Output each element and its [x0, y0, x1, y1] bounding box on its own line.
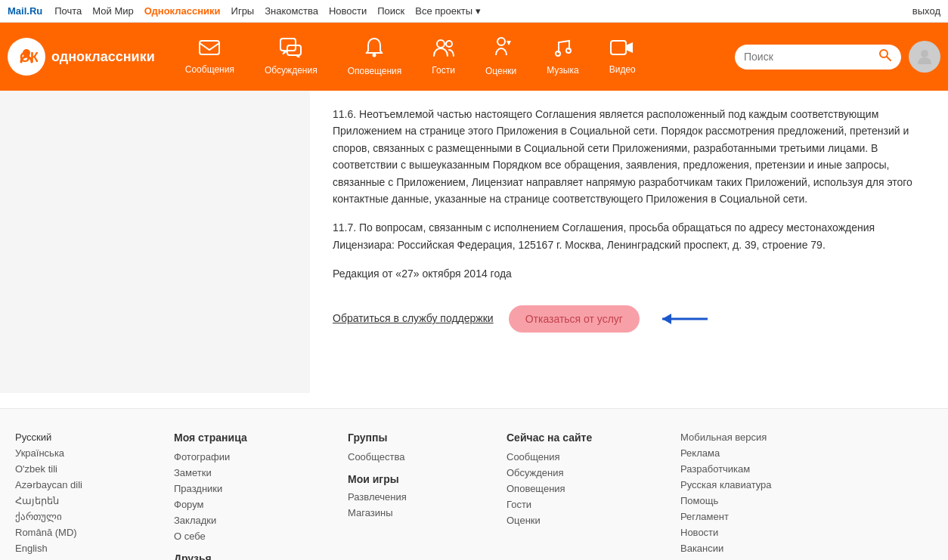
content-paragraph-3: Редакция от «27» октября 2014 года	[333, 265, 925, 282]
footer-developers[interactable]: Разработчикам	[680, 463, 854, 475]
footer-groups-title: Группы	[348, 432, 499, 444]
svg-rect-12	[611, 41, 626, 54]
footer: Русский Українська O'zbek tili Azərbayca…	[0, 408, 948, 560]
footer-discussions[interactable]: Обсуждения	[507, 467, 673, 478]
nav-odnoklassniki[interactable]: Одноклассники	[144, 5, 221, 17]
footer-friends-title: Друзья	[174, 552, 340, 560]
svg-point-8	[446, 41, 452, 47]
guests-icon	[432, 38, 455, 62]
nav-pochta[interactable]: Почта	[54, 5, 82, 17]
search-input[interactable]	[744, 51, 878, 63]
ok-logo[interactable]: ОК одноклассники	[8, 38, 155, 76]
footer-photos[interactable]: Фотографии	[174, 451, 340, 463]
mailru-logo[interactable]: Mail.Ru	[8, 5, 42, 17]
ratings-icon	[490, 37, 513, 63]
svg-rect-3	[200, 41, 219, 54]
footer-shops[interactable]: Магазины	[348, 507, 499, 518]
svg-point-11	[566, 48, 571, 53]
svg-text:ОК: ОК	[20, 50, 38, 65]
footer-mypage-title: Моя страница	[174, 432, 340, 444]
footer-help[interactable]: Помощь	[680, 495, 854, 506]
lang-russian[interactable]: Русский	[15, 432, 166, 443]
messages-icon	[198, 39, 221, 61]
footer-notes[interactable]: Заметки	[174, 467, 340, 478]
lang-uzbek[interactable]: O'zbek tili	[15, 463, 166, 475]
content-paragraph-1: 11.6. Неотъемлемой частью настоящего Сог…	[333, 106, 925, 207]
video-icon	[610, 39, 634, 61]
nav-guests[interactable]: Гости	[417, 38, 470, 76]
music-icon	[553, 38, 572, 62]
nav-poisk[interactable]: Поиск	[377, 5, 404, 17]
footer-about[interactable]: О себе	[174, 531, 340, 542]
footer-mypage-col: Моя страница Фотографии Заметки Праздник…	[174, 432, 340, 560]
lang-azerbaijani[interactable]: Azərbaycan dili	[15, 479, 166, 490]
svg-point-9	[497, 38, 505, 45]
footer-bookmarks[interactable]: Закладки	[174, 515, 340, 526]
footer-grid: Русский Українська O'zbek tili Azərbayca…	[15, 432, 933, 560]
svg-point-15	[921, 50, 928, 57]
lang-armenian[interactable]: Հայերեն	[15, 495, 166, 506]
svg-marker-17	[662, 314, 671, 324]
footer-keyboard[interactable]: Русская клавиатура	[680, 479, 854, 490]
search-icon[interactable]	[878, 48, 892, 66]
footer-vacancies[interactable]: Вакансии	[680, 543, 854, 554]
orange-nav-items: Сообщения Обсуждения Оповещения Гости Оц…	[170, 37, 720, 76]
nav-vse-proekty[interactable]: Все проекты ▾	[415, 5, 481, 17]
arrow-indicator	[655, 308, 715, 330]
footer-messages[interactable]: Сообщения	[507, 451, 673, 463]
support-link[interactable]: Обратиться в службу поддержки	[333, 310, 494, 326]
main-wrapper: 11.6. Неотъемлемой частью настоящего Сог…	[0, 91, 948, 393]
nav-novosti[interactable]: Новости	[329, 5, 367, 17]
nav-moy-mir[interactable]: Мой Мир	[92, 5, 133, 17]
footer-ratings[interactable]: Оценки	[507, 515, 673, 526]
content-paragraph-2: 11.7. По вопросам, связанным с исполнени…	[333, 219, 925, 253]
footer-my-games-title: Мои игры	[348, 473, 499, 485]
footer-guests[interactable]: Гости	[507, 499, 673, 510]
footer-lang-col: Русский Українська O'zbek tili Azərbayca…	[15, 432, 166, 560]
svg-point-7	[437, 40, 445, 48]
footer-communities[interactable]: Сообщества	[348, 451, 499, 463]
footer-onsite-col: Сейчас на сайте Сообщения Обсуждения Опо…	[507, 432, 673, 560]
lang-romanian[interactable]: Română (MD)	[15, 527, 166, 538]
nav-music[interactable]: Музыка	[531, 38, 593, 76]
footer-rules[interactable]: Регламент	[680, 511, 854, 522]
ok-logo-text: одноклассники	[51, 49, 155, 65]
content-actions: Обратиться в службу поддержки Отказаться…	[333, 305, 925, 333]
notifications-icon	[365, 37, 383, 63]
footer-misc-col: Мобильная версия Реклама Разработчикам Р…	[680, 432, 854, 560]
nav-ratings[interactable]: Оценки	[470, 37, 531, 76]
logout-link[interactable]: выход	[912, 5, 940, 17]
content-area: 11.6. Неотъемлемой частью настоящего Сог…	[310, 91, 948, 393]
top-nav-links: Почта Мой Мир Одноклассники Игры Знакомс…	[54, 5, 912, 17]
footer-forum[interactable]: Форум	[174, 499, 340, 510]
nav-notifications[interactable]: Оповещения	[333, 37, 417, 76]
ok-logo-icon: ОК	[8, 38, 45, 76]
footer-entertainment[interactable]: Развлечения	[348, 491, 499, 503]
svg-point-10	[556, 51, 560, 56]
top-navbar: Mail.Ru Почта Мой Мир Одноклассники Игры…	[0, 0, 948, 23]
lang-georgian[interactable]: ქართული	[15, 511, 166, 522]
lang-english[interactable]: English	[15, 543, 166, 554]
svg-line-14	[887, 57, 891, 60]
footer-ads[interactable]: Реклама	[680, 447, 854, 459]
nav-messages[interactable]: Сообщения	[170, 39, 249, 75]
nav-igry[interactable]: Игры	[231, 5, 255, 17]
lang-ukrainian[interactable]: Українська	[15, 447, 166, 459]
user-avatar[interactable]	[909, 41, 940, 73]
footer-mobile[interactable]: Мобильная версия	[680, 432, 854, 443]
footer-holidays[interactable]: Праздники	[174, 483, 340, 494]
footer-groups-col: Группы Сообщества Мои игры Развлечения М…	[348, 432, 499, 560]
footer-news[interactable]: Новости	[680, 527, 854, 538]
cancel-services-button[interactable]: Отказаться от услуг	[509, 305, 640, 333]
orange-navbar: ОК одноклассники Сообщения Обсуждения Оп…	[0, 23, 948, 91]
footer-onsite-title: Сейчас на сайте	[507, 432, 673, 444]
search-bar	[735, 45, 901, 70]
svg-point-6	[373, 54, 376, 57]
nav-znakomstva[interactable]: Знакомства	[265, 5, 318, 17]
left-sidebar	[0, 91, 310, 393]
nav-discussions[interactable]: Обсуждения	[249, 38, 333, 76]
discussions-icon	[280, 38, 302, 62]
footer-notifications[interactable]: Оповещения	[507, 483, 673, 494]
nav-video[interactable]: Видео	[594, 39, 651, 75]
